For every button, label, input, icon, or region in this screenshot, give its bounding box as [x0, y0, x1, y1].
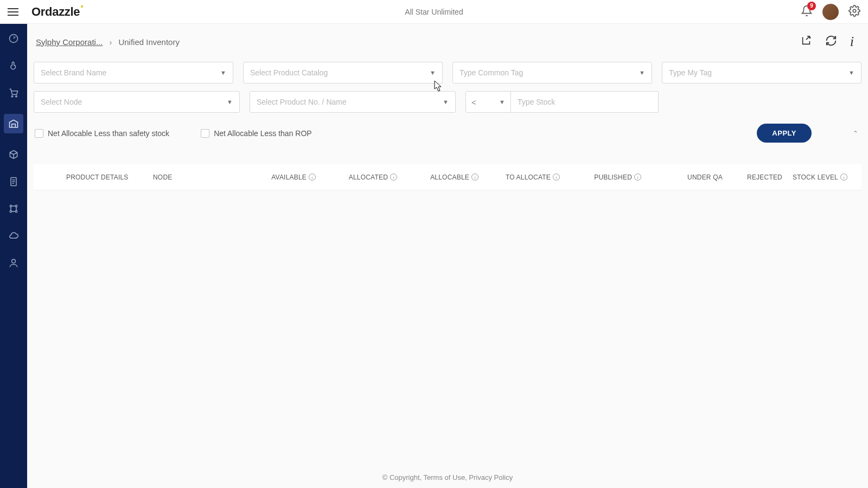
- caret-down-icon: ▼: [227, 99, 233, 105]
- col-published: PUBLISHEDi: [560, 174, 641, 181]
- info-icon[interactable]: i: [309, 174, 316, 181]
- svg-point-2: [11, 95, 13, 97]
- page-actions: i: [800, 34, 859, 50]
- caret-down-icon: ▼: [443, 99, 449, 105]
- col-label: PRODUCT DETAILS: [66, 174, 129, 181]
- stock-filter: <▼: [465, 91, 659, 113]
- col-label: REJECTED: [747, 174, 782, 181]
- info-button[interactable]: i: [850, 34, 854, 50]
- product-no-select[interactable]: Select Product No. / Name▼: [250, 91, 456, 113]
- common-tag-select[interactable]: Type Common Tag▼: [452, 62, 652, 84]
- col-label: ALLOCABLE: [430, 174, 469, 181]
- col-label: NODE: [153, 174, 172, 181]
- caret-down-icon: ▼: [430, 69, 436, 76]
- apply-button[interactable]: APPLY: [757, 124, 812, 143]
- placeholder: Type Common Tag: [459, 68, 639, 77]
- caret-down-icon: ▼: [639, 69, 645, 76]
- nav-dashboard[interactable]: [8, 33, 20, 44]
- app-header: Ordazzle· All Star Unlimited 9: [0, 0, 868, 24]
- col-label: AVAILABLE: [271, 174, 307, 181]
- col-label: UNDER QA: [687, 174, 723, 181]
- receipt-icon: [8, 176, 19, 187]
- brand-text: Ordazzle: [31, 5, 80, 18]
- warehouse-icon: [8, 118, 19, 129]
- col-label: PUBLISHED: [594, 174, 632, 181]
- caret-down-icon: ▼: [220, 69, 226, 76]
- notification-badge: 9: [807, 2, 816, 10]
- spacer: [668, 91, 861, 113]
- col-label: STOCK LEVEL: [793, 174, 838, 181]
- filter-panel: Select Brand Name▼ Select Product Catalo…: [27, 53, 868, 148]
- filter-row-1: Select Brand Name▼ Select Product Catalo…: [34, 62, 861, 84]
- col-available: AVAILABLEi: [234, 174, 316, 181]
- header-actions: 9: [801, 4, 860, 20]
- page-footer[interactable]: © Copyright, Terms of Use, Privacy Polic…: [27, 468, 868, 488]
- nav-pointer[interactable]: [8, 60, 20, 72]
- nav-reports[interactable]: [8, 176, 20, 188]
- user-avatar[interactable]: [822, 4, 839, 20]
- info-icon[interactable]: i: [390, 174, 397, 181]
- brand-dot-icon: ·: [80, 0, 84, 15]
- col-allocable: ALLOCABLEi: [397, 174, 478, 181]
- checkbox-icon: [35, 129, 43, 138]
- brand-name-select[interactable]: Select Brand Name▼: [34, 62, 233, 84]
- brand-logo[interactable]: Ordazzle·: [31, 5, 84, 19]
- nav-users[interactable]: [8, 257, 20, 269]
- menu-toggle-icon[interactable]: [8, 8, 18, 16]
- info-icon[interactable]: i: [553, 174, 560, 181]
- caret-down-icon: ▼: [499, 99, 505, 105]
- nav-cart[interactable]: [8, 87, 20, 99]
- col-product-details: PRODUCT DETAILS: [34, 174, 153, 181]
- export-button[interactable]: [800, 35, 812, 49]
- col-allocated: ALLOCATEDi: [316, 174, 397, 181]
- safety-stock-checkbox[interactable]: Net Allocable Less than safety stock: [35, 129, 169, 138]
- tenant-name: All Star Unlimited: [405, 8, 463, 16]
- info-icon[interactable]: i: [471, 174, 478, 181]
- notifications-button[interactable]: 9: [801, 5, 813, 19]
- checkbox-label: Net Allocable Less than safety stock: [48, 129, 169, 138]
- refresh-button[interactable]: [825, 35, 837, 49]
- user-icon: [8, 258, 19, 268]
- checkbox-icon: [201, 129, 209, 138]
- node-select[interactable]: Select Node▼: [34, 91, 240, 113]
- nav-network[interactable]: [8, 203, 20, 215]
- info-icon[interactable]: i: [634, 174, 641, 181]
- col-stock-level: STOCK LEVELi: [782, 174, 847, 181]
- my-tag-select[interactable]: Type My Tag▼: [662, 62, 861, 84]
- nav-package[interactable]: [8, 149, 20, 160]
- side-nav: [0, 24, 27, 488]
- svg-point-9: [12, 259, 16, 263]
- main-content: Sylphy Corporati... › Unified Inventory …: [27, 24, 868, 488]
- svg-point-3: [16, 95, 17, 97]
- svg-point-0: [853, 9, 856, 12]
- settings-button[interactable]: [848, 5, 860, 19]
- rop-checkbox[interactable]: Net Allocable Less than ROP: [201, 129, 312, 138]
- table-header: PRODUCT DETAILS NODE AVAILABLEi ALLOCATE…: [34, 164, 861, 190]
- cloud-icon: [8, 230, 19, 241]
- checkbox-row: Net Allocable Less than safety stock Net…: [34, 120, 861, 143]
- placeholder: Select Node: [41, 98, 227, 106]
- chevron-right-icon: ›: [109, 37, 112, 47]
- col-under-qa: UNDER QA: [641, 174, 723, 181]
- breadcrumb-current: Unified Inventory: [118, 37, 180, 47]
- col-label: TO ALLOCATE: [506, 174, 551, 181]
- placeholder: Select Brand Name: [41, 68, 220, 77]
- col-to-allocate: TO ALLOCATEi: [478, 174, 560, 181]
- breadcrumb-parent[interactable]: Sylphy Corporati...: [36, 37, 103, 47]
- nav-cloud[interactable]: [8, 230, 20, 242]
- network-icon: [8, 203, 19, 214]
- export-icon: [800, 35, 812, 47]
- inventory-table: PRODUCT DETAILS NODE AVAILABLEi ALLOCATE…: [34, 164, 861, 190]
- product-catalog-select[interactable]: Select Product Catalog▼: [243, 62, 443, 84]
- svg-point-6: [15, 205, 17, 207]
- gauge-icon: [8, 33, 19, 44]
- info-icon[interactable]: i: [840, 174, 847, 181]
- col-node: NODE: [153, 174, 234, 181]
- stock-operator-select[interactable]: <▼: [465, 91, 511, 113]
- stock-input[interactable]: [511, 91, 659, 113]
- svg-point-7: [10, 210, 11, 212]
- collapse-filters-icon[interactable]: ⌃: [853, 130, 858, 137]
- nav-inventory[interactable]: [4, 114, 23, 133]
- breadcrumb-row: Sylphy Corporati... › Unified Inventory …: [27, 24, 868, 53]
- refresh-icon: [825, 35, 837, 47]
